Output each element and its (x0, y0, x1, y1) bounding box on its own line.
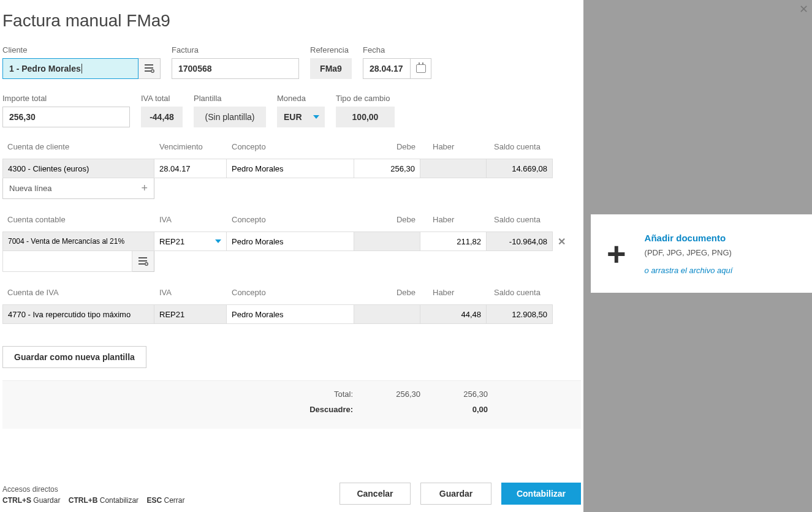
datepicker-button[interactable] (411, 58, 431, 79)
add-line-label: Nueva línea (9, 184, 51, 193)
svg-point-0 (151, 70, 153, 72)
value-iva-total: -44,48 (141, 107, 183, 127)
field-referencia: Referencia FMa9 (310, 45, 352, 79)
table-cuenta-contable: Cuenta contable IVA Concepto Debe Haber … (2, 215, 581, 272)
field-plantilla: Plantilla (Sin plantilla) (194, 94, 266, 127)
cell-cuenta[interactable]: 4300 - Clientes (euros) (2, 159, 154, 178)
label-moneda: Moneda (277, 94, 325, 103)
descuadre-value: 0,00 (420, 405, 488, 414)
add-line-button[interactable]: Nueva línea + (2, 178, 154, 199)
th-debe2: Debe (354, 215, 420, 228)
select-moneda[interactable]: EUR (277, 107, 325, 127)
cell-concepto3[interactable]: Pedro Morales (227, 304, 354, 324)
th-cuenta-contable: Cuenta contable (2, 215, 154, 228)
label-iva-total: IVA total (141, 94, 183, 103)
add-document-title: Añadir documento (645, 233, 733, 243)
cell-debe3 (354, 304, 420, 324)
field-cliente: Cliente 1 - Pedro Morales (2, 45, 161, 79)
shortcuts: Accesos directos CTRL+S Guardar CTRL+B C… (2, 485, 185, 505)
input-importe[interactable]: 256,30 (2, 107, 130, 127)
lookup-cliente-button[interactable] (138, 58, 161, 79)
th-haber2: Haber (420, 215, 487, 228)
add-document-formats: (PDF, JPG, JPEG, PNG) (645, 248, 733, 257)
close-icon: ✕ (558, 236, 566, 247)
th-haber: Haber (420, 142, 487, 155)
cell-saldo: 14.669,08 (487, 159, 553, 178)
dropzone[interactable]: + Añadir documento (PDF, JPG, JPEG, PNG)… (591, 214, 812, 293)
table-row: 4770 - Iva repercutido tipo máximo REP21… (2, 304, 581, 324)
cell-concepto[interactable]: Pedro Morales (227, 159, 354, 178)
cell-debe2 (354, 232, 420, 251)
value-plantilla[interactable]: (Sin plantilla) (194, 107, 266, 127)
cell-saldo2: -10.964,08 (487, 232, 553, 251)
cell-haber3: 44,48 (420, 304, 487, 324)
main-form: Factura manual FMa9 Cliente 1 - Pedro Mo… (0, 0, 583, 512)
shortcuts-header: Accesos directos (2, 485, 185, 494)
field-factura: Factura 1700568 (172, 45, 299, 79)
label-importe: Importe total (2, 94, 130, 103)
calendar-icon (416, 64, 426, 73)
th-iva3: IVA (154, 288, 227, 301)
cell-haber2[interactable]: 211,82 (420, 232, 487, 251)
cell-cuenta2[interactable]: 7004 - Venta de Mercancías al 21% (2, 232, 154, 251)
plus-icon: + (141, 182, 148, 195)
page-title: Factura manual FMa9 (2, 11, 581, 31)
save-as-template-button[interactable]: Guardar como nueva plantilla (2, 346, 146, 368)
label-cliente: Cliente (2, 45, 161, 55)
th-iva: IVA (154, 215, 227, 228)
th-concepto3: Concepto (227, 288, 354, 301)
input-fecha[interactable]: 28.04.17 (363, 58, 411, 79)
table-cuenta-iva: Cuenta de IVA IVA Concepto Debe Haber Sa… (2, 288, 581, 324)
th-concepto2: Concepto (227, 215, 354, 228)
cell-empty-cuenta[interactable] (2, 251, 132, 272)
field-tipo-cambio: Tipo de cambio 100,00 (336, 94, 395, 127)
svg-point-1 (145, 262, 147, 265)
cell-iva-select[interactable]: REP21 (154, 232, 227, 251)
row-header-2: Importe total 256,30 IVA total -44,48 Pl… (2, 94, 581, 127)
th-saldo3: Saldo cuenta (487, 288, 553, 301)
th-debe3: Debe (354, 288, 420, 301)
th-debe: Debe (354, 142, 420, 155)
total-label: Total: (2, 390, 353, 399)
cell-iva3: REP21 (154, 304, 227, 324)
chevron-down-icon (215, 239, 221, 243)
list-search-icon (145, 64, 154, 73)
table-row-empty (2, 251, 581, 272)
field-iva-total: IVA total -44,48 (141, 94, 183, 127)
post-button[interactable]: Contabilizar (501, 483, 581, 505)
field-fecha: Fecha 28.04.17 (363, 45, 431, 79)
total-haber: 256,30 (420, 390, 488, 399)
input-cliente[interactable]: 1 - Pedro Morales (2, 58, 138, 79)
chevron-down-icon (313, 115, 319, 119)
label-fecha: Fecha (363, 45, 431, 55)
value-tipo-cambio: 100,00 (336, 107, 395, 127)
table-row: 7004 - Venta de Mercancías al 21% REP21 … (2, 232, 581, 251)
close-panel-button[interactable]: ✕ (799, 2, 808, 16)
attachment-panel: ✕ + Añadir documento (PDF, JPG, JPEG, PN… (583, 0, 812, 512)
label-factura: Factura (172, 45, 299, 55)
table-cuenta-cliente: Cuenta de cliente Vencimiento Concepto D… (2, 142, 581, 199)
lookup-cuenta-button[interactable] (132, 251, 154, 272)
cell-concepto2[interactable]: Pedro Morales (227, 232, 354, 251)
th-vencimiento: Vencimiento (154, 142, 227, 155)
label-tipo-cambio: Tipo de cambio (336, 94, 395, 103)
th-concepto: Concepto (227, 142, 354, 155)
plus-icon: + (607, 237, 626, 270)
cell-vencimiento[interactable]: 28.04.17 (154, 159, 227, 178)
row-header-1: Cliente 1 - Pedro Morales Factura 170056… (2, 45, 581, 79)
cell-cuenta3[interactable]: 4770 - Iva repercutido tipo máximo (2, 304, 154, 324)
th-saldo: Saldo cuenta (487, 142, 553, 155)
cell-debe[interactable]: 256,30 (354, 159, 420, 178)
close-icon: ✕ (799, 3, 808, 15)
th-saldo2: Saldo cuenta (487, 215, 553, 228)
th-cuenta-iva: Cuenta de IVA (2, 288, 154, 301)
cell-haber (420, 159, 487, 178)
totals-panel: Total: 256,30 256,30 Descuadre: 0,00 (2, 380, 581, 429)
input-factura[interactable]: 1700568 (172, 58, 299, 79)
delete-row-button[interactable]: ✕ (553, 232, 570, 251)
label-referencia: Referencia (310, 45, 352, 55)
cancel-button[interactable]: Cancelar (340, 483, 411, 505)
list-search-icon (138, 257, 148, 266)
save-button[interactable]: Guardar (420, 483, 491, 505)
field-moneda: Moneda EUR (277, 94, 325, 127)
